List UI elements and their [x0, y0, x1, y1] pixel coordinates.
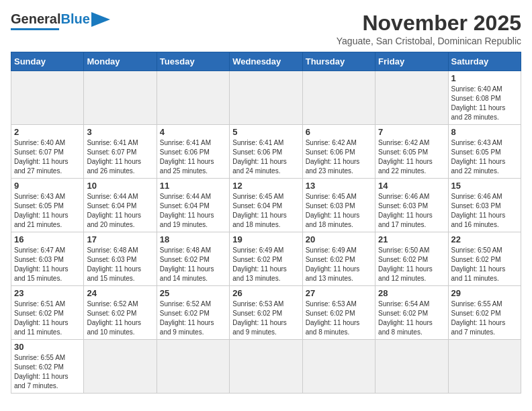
- calendar-cell: 15Sunrise: 6:46 AMSunset: 6:03 PMDayligh…: [448, 179, 521, 232]
- day-info: Sunrise: 6:52 AMSunset: 6:02 PMDaylight:…: [160, 300, 226, 337]
- calendar-cell: [84, 71, 157, 125]
- day-info: Sunrise: 6:45 AMSunset: 6:04 PMDaylight:…: [232, 192, 299, 230]
- day-number: 18: [160, 234, 226, 244]
- day-info: Sunrise: 6:41 AMSunset: 6:06 PMDaylight:…: [160, 138, 226, 176]
- day-info: Sunrise: 6:53 AMSunset: 6:02 PMDaylight:…: [306, 300, 372, 337]
- day-info: Sunrise: 6:50 AMSunset: 6:02 PMDaylight:…: [378, 246, 445, 283]
- weekday-header: Saturday: [448, 52, 521, 71]
- day-number: 25: [160, 288, 226, 298]
- day-number: 14: [378, 181, 445, 191]
- day-number: 28: [378, 288, 445, 298]
- logo-icon: [91, 12, 110, 27]
- weekday-header: Wednesday: [230, 52, 302, 71]
- calendar-cell: [230, 340, 302, 394]
- calendar-cell: 22Sunrise: 6:50 AMSunset: 6:02 PMDayligh…: [448, 232, 521, 286]
- day-number: 8: [451, 127, 518, 137]
- calendar-cell: [11, 71, 84, 125]
- calendar-cell: 26Sunrise: 6:53 AMSunset: 6:02 PMDayligh…: [230, 286, 302, 340]
- title-area: November 2025 Yaguate, San Cristobal, Do…: [337, 11, 521, 46]
- calendar-week-row: 9Sunrise: 6:43 AMSunset: 6:05 PMDaylight…: [11, 179, 521, 232]
- calendar-cell: 12Sunrise: 6:45 AMSunset: 6:04 PMDayligh…: [230, 179, 302, 232]
- subtitle: Yaguate, San Cristobal, Dominican Republ…: [337, 36, 521, 46]
- calendar-cell: [302, 340, 375, 394]
- weekday-header: Thursday: [302, 52, 375, 71]
- day-info: Sunrise: 6:44 AMSunset: 6:04 PMDaylight:…: [87, 192, 153, 230]
- day-info: Sunrise: 6:47 AMSunset: 6:03 PMDaylight:…: [14, 246, 81, 283]
- calendar-table: SundayMondayTuesdayWednesdayThursdayFrid…: [11, 52, 521, 394]
- day-info: Sunrise: 6:44 AMSunset: 6:04 PMDaylight:…: [160, 192, 226, 230]
- day-number: 15: [451, 181, 518, 191]
- calendar-cell: 17Sunrise: 6:48 AMSunset: 6:03 PMDayligh…: [84, 232, 157, 286]
- svg-marker-0: [91, 12, 110, 27]
- day-number: 22: [451, 234, 518, 244]
- day-info: Sunrise: 6:43 AMSunset: 6:05 PMDaylight:…: [14, 192, 81, 230]
- calendar-cell: 28Sunrise: 6:54 AMSunset: 6:02 PMDayligh…: [375, 286, 448, 340]
- weekday-header: Monday: [84, 52, 157, 71]
- calendar-week-row: 30Sunrise: 6:55 AMSunset: 6:02 PMDayligh…: [11, 340, 521, 394]
- day-number: 26: [232, 288, 299, 298]
- calendar-cell: 23Sunrise: 6:51 AMSunset: 6:02 PMDayligh…: [11, 286, 84, 340]
- day-number: 5: [232, 127, 299, 137]
- day-info: Sunrise: 6:51 AMSunset: 6:02 PMDaylight:…: [14, 300, 81, 337]
- day-number: 19: [232, 234, 299, 244]
- calendar-cell: 3Sunrise: 6:41 AMSunset: 6:07 PMDaylight…: [84, 125, 157, 179]
- month-title: November 2025: [337, 11, 521, 36]
- calendar-week-row: 23Sunrise: 6:51 AMSunset: 6:02 PMDayligh…: [11, 286, 521, 340]
- calendar-cell: [157, 71, 229, 125]
- weekday-header: Tuesday: [157, 52, 229, 71]
- day-info: Sunrise: 6:41 AMSunset: 6:06 PMDaylight:…: [232, 138, 299, 176]
- day-info: Sunrise: 6:49 AMSunset: 6:02 PMDaylight:…: [306, 246, 372, 283]
- calendar-cell: 7Sunrise: 6:42 AMSunset: 6:05 PMDaylight…: [375, 125, 448, 179]
- calendar-cell: 1Sunrise: 6:40 AMSunset: 6:08 PMDaylight…: [448, 71, 521, 125]
- day-number: 4: [160, 127, 226, 137]
- calendar-cell: 24Sunrise: 6:52 AMSunset: 6:02 PMDayligh…: [84, 286, 157, 340]
- calendar-cell: [302, 71, 375, 125]
- day-info: Sunrise: 6:40 AMSunset: 6:08 PMDaylight:…: [451, 85, 518, 122]
- day-info: Sunrise: 6:46 AMSunset: 6:03 PMDaylight:…: [378, 192, 445, 230]
- calendar-cell: 13Sunrise: 6:45 AMSunset: 6:03 PMDayligh…: [302, 179, 375, 232]
- calendar-cell: 14Sunrise: 6:46 AMSunset: 6:03 PMDayligh…: [375, 179, 448, 232]
- calendar-cell: 9Sunrise: 6:43 AMSunset: 6:05 PMDaylight…: [11, 179, 84, 232]
- day-number: 7: [378, 127, 445, 137]
- calendar-cell: 6Sunrise: 6:42 AMSunset: 6:06 PMDaylight…: [302, 125, 375, 179]
- calendar-cell: [448, 340, 521, 394]
- day-info: Sunrise: 6:41 AMSunset: 6:07 PMDaylight:…: [87, 138, 153, 176]
- day-number: 21: [378, 234, 445, 244]
- day-info: Sunrise: 6:40 AMSunset: 6:07 PMDaylight:…: [14, 138, 81, 176]
- weekday-header-row: SundayMondayTuesdayWednesdayThursdayFrid…: [11, 52, 521, 71]
- calendar-week-row: 2Sunrise: 6:40 AMSunset: 6:07 PMDaylight…: [11, 125, 521, 179]
- calendar-cell: [375, 71, 448, 125]
- weekday-header: Sunday: [11, 52, 84, 71]
- day-info: Sunrise: 6:53 AMSunset: 6:02 PMDaylight:…: [232, 300, 299, 337]
- calendar-cell: [375, 340, 448, 394]
- calendar-week-row: 16Sunrise: 6:47 AMSunset: 6:03 PMDayligh…: [11, 232, 521, 286]
- day-number: 27: [306, 288, 372, 298]
- logo: GeneralBlue: [11, 11, 110, 30]
- day-info: Sunrise: 6:48 AMSunset: 6:02 PMDaylight:…: [160, 246, 226, 283]
- day-number: 9: [14, 181, 81, 191]
- day-info: Sunrise: 6:55 AMSunset: 6:02 PMDaylight:…: [451, 300, 518, 337]
- day-number: 29: [451, 288, 518, 298]
- day-number: 2: [14, 127, 81, 137]
- day-number: 16: [14, 234, 81, 244]
- day-number: 30: [14, 342, 81, 352]
- calendar-cell: 30Sunrise: 6:55 AMSunset: 6:02 PMDayligh…: [11, 340, 84, 394]
- calendar-cell: 11Sunrise: 6:44 AMSunset: 6:04 PMDayligh…: [157, 179, 229, 232]
- day-info: Sunrise: 6:48 AMSunset: 6:03 PMDaylight:…: [87, 246, 153, 283]
- calendar-cell: 20Sunrise: 6:49 AMSunset: 6:02 PMDayligh…: [302, 232, 375, 286]
- day-info: Sunrise: 6:46 AMSunset: 6:03 PMDaylight:…: [451, 192, 518, 230]
- day-number: 11: [160, 181, 226, 191]
- day-info: Sunrise: 6:50 AMSunset: 6:02 PMDaylight:…: [451, 246, 518, 283]
- day-number: 12: [232, 181, 299, 191]
- day-number: 3: [87, 127, 153, 137]
- day-number: 10: [87, 181, 153, 191]
- calendar-cell: [230, 71, 302, 125]
- day-info: Sunrise: 6:42 AMSunset: 6:05 PMDaylight:…: [378, 138, 445, 176]
- calendar-cell: [157, 340, 229, 394]
- day-number: 1: [451, 73, 518, 83]
- day-info: Sunrise: 6:45 AMSunset: 6:03 PMDaylight:…: [306, 192, 372, 230]
- logo-text: GeneralBlue: [11, 12, 90, 26]
- day-info: Sunrise: 6:43 AMSunset: 6:05 PMDaylight:…: [451, 138, 518, 176]
- calendar-cell: 16Sunrise: 6:47 AMSunset: 6:03 PMDayligh…: [11, 232, 84, 286]
- day-number: 17: [87, 234, 153, 244]
